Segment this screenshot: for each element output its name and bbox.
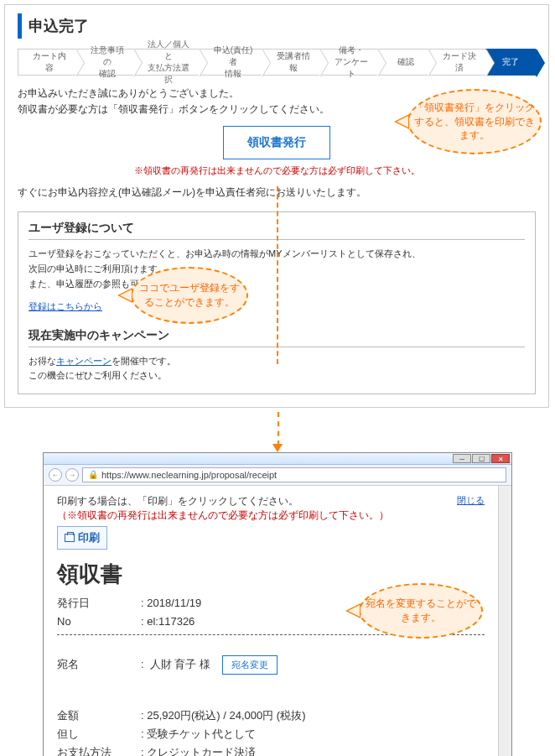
- campaign-link[interactable]: キャンペーン: [56, 356, 112, 366]
- reissue-warning: ※領収書の再発行は出来ませんので必要な方は必ず印刷して下さい。: [18, 164, 536, 177]
- row-name: 宛名 人財 育子 様 宛名変更: [57, 655, 485, 675]
- row-reason: 但し受験チケット代として: [57, 725, 485, 743]
- step-paymethod: 法人／個人と 支払方法選択: [133, 49, 199, 76]
- receipt-body: 閉じる 印刷する場合は、「印刷」をクリックしてください。 （※領収書の再発行は出…: [44, 486, 498, 756]
- window-close-button[interactable]: ✕: [491, 454, 510, 463]
- callout-tail-icon: [117, 288, 132, 303]
- window-minimize-button[interactable]: ─: [453, 454, 471, 463]
- print-button[interactable]: 印刷: [57, 526, 107, 550]
- row-paymethod: お支払方法クレジットカード決済: [57, 743, 485, 756]
- callout-change-name: 宛名を変更することができます。: [359, 583, 483, 639]
- callout-tail-icon: [345, 603, 360, 618]
- url-text: https://www.neclearning.jp/proposal/rece…: [101, 470, 277, 480]
- page-title: 申込完了: [18, 13, 536, 39]
- print-warning: （※領収書の再発行は出来ませんので必要な方は必ず印刷して下さい。）: [57, 508, 485, 523]
- step-bar: カート内容 注意事項の 確認 法人／個人と 支払方法選択 申込(責任)者 情報 …: [18, 49, 536, 76]
- arrow-down-icon: [272, 444, 283, 452]
- callout-tail-icon: [394, 114, 409, 129]
- address-bar[interactable]: 🔒 https://www.neclearning.jp/proposal/re…: [82, 467, 506, 482]
- back-icon[interactable]: ←: [49, 468, 62, 482]
- callout-issue-receipt: 「領収書発行」をクリックすると、領収書を印刷できます。: [407, 89, 542, 154]
- register-link[interactable]: 登録はこちらから: [29, 301, 102, 311]
- print-instruction: 印刷する場合は、「印刷」をクリックしてください。: [57, 494, 485, 508]
- connector-line-upper: [277, 186, 278, 364]
- receipt-window: ─ ☐ ✕ ← → 🔒 https://www.neclearning.jp/p…: [43, 452, 512, 756]
- scrollbar[interactable]: [498, 486, 511, 756]
- step-applicant: 申込(責任)者 情報: [199, 49, 262, 76]
- printer-icon: [65, 534, 75, 542]
- change-name-button[interactable]: 宛名変更: [222, 655, 278, 675]
- browser-navbar: ← → 🔒 https://www.neclearning.jp/proposa…: [44, 465, 511, 486]
- window-maximize-button[interactable]: ☐: [472, 454, 490, 463]
- issue-receipt-button[interactable]: 領収書発行: [223, 126, 330, 159]
- row-amount: 金額25,920円(税込) / 24,000円 (税抜): [57, 706, 485, 725]
- forward-icon[interactable]: →: [65, 468, 79, 482]
- connector-arrow: [0, 412, 555, 452]
- callout-register: ココでユーザ登録をすることができます。: [131, 267, 248, 324]
- window-titlebar: ─ ☐ ✕: [44, 453, 511, 465]
- step-cart: カート内容: [18, 49, 75, 76]
- close-link[interactable]: 閉じる: [457, 494, 485, 507]
- lock-icon: 🔒: [88, 470, 98, 479]
- completion-panel: 申込完了 カート内容 注意事項の 確認 法人／個人と 支払方法選択 申込(責任)…: [4, 4, 549, 408]
